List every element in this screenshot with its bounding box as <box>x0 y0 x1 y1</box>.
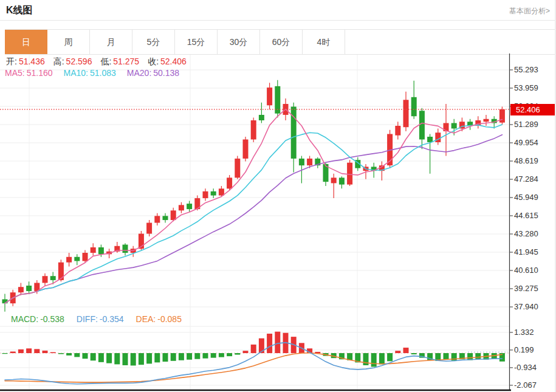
price-tick-label: 41.945 <box>514 247 538 258</box>
ohlc-legend: 开:51.436高:52.596低:51.275收:52.406 <box>6 57 187 67</box>
macd-legend: MACD:-0.538DIFF:-0.354DEA:-0.085 <box>11 314 182 324</box>
macd-tick-label: 0.199 <box>514 345 534 356</box>
dea-value: DEA:-0.085 <box>136 314 182 324</box>
price-tick-label: 48.619 <box>514 156 538 167</box>
ma10-value: MA10:51.083 <box>64 68 116 78</box>
price-tick-label: 37.940 <box>514 301 538 312</box>
price-tick-label: 55.293 <box>514 64 538 75</box>
price-tick-label: 45.949 <box>514 192 538 203</box>
ma5-value: MA5:51.160 <box>5 68 53 78</box>
price-tick-label: 40.610 <box>514 265 538 276</box>
price-tick-label: 39.275 <box>514 283 538 294</box>
ohlc-high: 高:52.596 <box>53 57 92 67</box>
macd-tick-label: -2.067 <box>514 380 537 391</box>
macd-tick-label: -0.934 <box>514 362 537 373</box>
ma-legend: MA5:51.160MA10:51.083MA20:50.138 <box>5 68 179 78</box>
ohlc-open: 开:51.436 <box>6 57 45 67</box>
ma20-value: MA20:50.138 <box>127 68 179 78</box>
macd-value: MACD:-0.538 <box>11 314 64 324</box>
ohlc-low: 低:51.275 <box>100 57 139 67</box>
price-tick-label: 53.959 <box>514 83 538 94</box>
macd-tick-label: 1.332 <box>514 327 534 338</box>
price-tick-label: 43.280 <box>514 229 538 239</box>
diff-value: DIFF:-0.354 <box>77 314 124 324</box>
price-tick-label: 51.289 <box>514 119 538 130</box>
price-tick-label: 49.954 <box>514 137 538 148</box>
price-tick-label: 47.284 <box>514 174 538 185</box>
ohlc-close: 收:52.406 <box>148 57 187 67</box>
price-tick-label: 44.615 <box>514 210 538 221</box>
kline-chart-panel: K线图 基本面分析> 日周月5分15分30分60分4时 开:51.436高:52… <box>0 0 556 392</box>
current-price-badge: 52.406 <box>510 104 556 115</box>
